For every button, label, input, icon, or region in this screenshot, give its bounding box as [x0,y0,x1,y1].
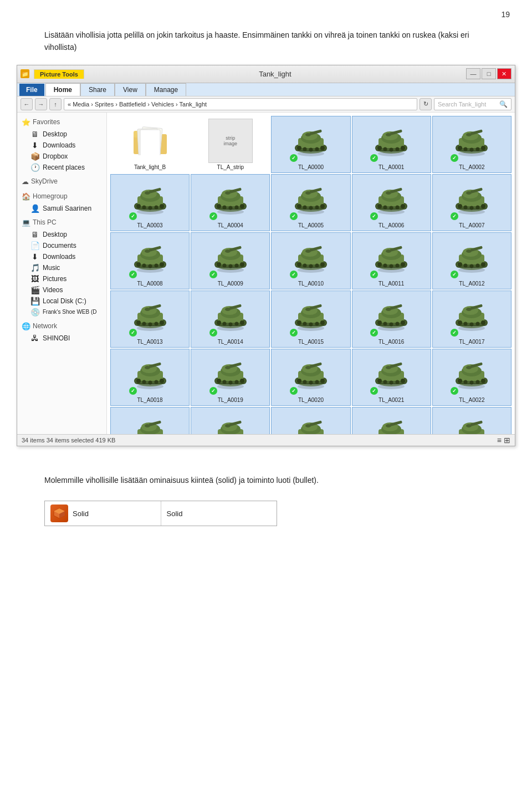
file-item[interactable]: ✓ TL_A0024 [191,407,270,434]
file-item[interactable]: ✓ TL_A0000 [271,116,350,173]
search-box[interactable]: Search Tank_light 🔍 [434,98,511,110]
check-badge: ✓ [451,329,458,337]
sidebar-item-downloads[interactable]: ⬇ Downloads [17,140,106,151]
file-item[interactable]: ✓ TL_A0013 [110,291,190,348]
network-label[interactable]: 🌐 Network [17,320,106,333]
sidebar-thispc-documents[interactable]: 📄 Documents [17,240,106,251]
svg-point-266 [136,379,141,383]
file-item[interactable]: ✓ TL_A0018 [110,349,190,406]
thispc-label[interactable]: 💻 This PC [17,216,106,229]
svg-point-377 [386,424,391,427]
file-item[interactable]: ✓ TL_A0008 [110,232,190,289]
file-item[interactable]: ✓ TL_A0016 [352,291,431,348]
svg-point-98 [377,204,382,208]
svg-point-144 [240,262,244,267]
tank-thumb: ✓ [449,177,494,221]
file-item[interactable]: ✓ TL_A0009 [191,232,270,289]
file-item[interactable]: ✓ TL_A0026 [352,407,431,434]
file-label: Tank_light_B [134,164,166,170]
svg-point-199 [154,322,158,325]
file-item[interactable]: ✓ TL_A0002 [432,116,511,173]
file-item[interactable]: ✓ TL_A0017 [432,291,511,348]
file-label: TL_A0006 [378,222,404,228]
file-item[interactable]: ✓ TL_A0014 [191,291,270,348]
file-item[interactable]: ✓ TL_A0019 [191,349,270,406]
svg-point-116 [481,204,485,208]
close-button[interactable]: ✕ [497,68,511,79]
sidebar-item-recent[interactable]: 🕐 Recent places [17,162,106,173]
maximize-button[interactable]: □ [482,68,496,79]
sidebar-thispc-music[interactable]: 🎵 Music [17,262,106,273]
svg-point-47 [458,151,485,156]
ribbon-tab-label[interactable]: Picture Tools [34,69,84,79]
file-item[interactable]: ✓ TL_A0011 [352,232,431,289]
sidebar-recent-label: Recent places [43,164,85,171]
sidebar-item-desktop[interactable]: 🖥 Desktop [17,129,106,140]
sidebar-frank-drive[interactable]: 💿 Frank's Shoe WEB (D [17,307,106,318]
file-item[interactable]: ✓ TL_A0001 [352,116,431,173]
file-item[interactable]: ✓ TL_A0005 [271,174,350,231]
sidebar-thispc-pictures[interactable]: 🖼 Pictures [17,273,106,284]
file-item[interactable]: ✓ TL_A0015 [271,291,350,348]
file-item[interactable]: ✓ TL_A0023 [110,407,190,434]
tab-file[interactable]: File [19,84,44,96]
file-item[interactable]: ✓ TL_A0003 [110,174,190,231]
tab-manage[interactable]: Manage [146,83,186,96]
recent-icon: 🕐 [30,163,39,172]
homegroup-icon: 🏠 [22,192,30,201]
forward-button[interactable]: → [35,98,47,110]
file-item[interactable]: ✓ TL_A0020 [271,349,350,406]
file-label: TL_A0005 [298,222,324,228]
skydrive-label[interactable]: ☁ SkyDrive [17,175,106,188]
sidebar-local-disk[interactable]: 💾 Local Disk (C:) [17,295,106,307]
view-icon-list[interactable]: ≡ [497,436,502,445]
svg-point-281 [222,380,226,384]
back-button[interactable]: ← [21,98,33,110]
title-bar-left: 📁 Picture Tools [21,69,84,79]
file-item[interactable]: ✓ TL_A0022 [432,349,511,406]
file-item[interactable]: Tank_light_B [110,116,190,173]
svg-point-33 [378,151,405,156]
file-item[interactable]: ✓ TL_A0025 [271,407,350,434]
svg-point-169 [383,263,387,267]
svg-point-168 [377,262,382,267]
skydrive-text: SkyDrive [31,177,58,185]
up-button[interactable]: ↑ [49,98,62,110]
svg-point-43 [464,147,468,151]
tank-thumb: ✓ [128,351,172,396]
search-icon[interactable]: 🔍 [499,100,508,108]
svg-point-181 [466,249,472,253]
file-item[interactable]: ✓ TL_A0021 [352,349,431,406]
favorites-label[interactable]: ⭐ Favorites [17,116,106,129]
sidebar-thispc-downloads[interactable]: ⬇ Downloads [17,251,106,262]
tab-home[interactable]: Home [45,83,80,96]
view-icon-grid[interactable]: ⊞ [504,436,510,445]
tank-thumb: ✓ [208,410,253,434]
svg-point-27 [386,133,391,136]
file-label: TL_A0016 [378,339,404,345]
solid-cell-2: Solid [161,501,277,526]
breadcrumb[interactable]: « Media › Sprites › Battlefield › Vehicl… [64,98,417,110]
file-item[interactable]: ✓ TL_A0006 [352,174,431,231]
file-item[interactable]: stripimage TL_A_strip [191,116,270,173]
tab-view[interactable]: View [115,83,146,96]
tank-thumb: ✓ [449,235,494,279]
minimize-button[interactable]: — [466,68,480,79]
refresh-button[interactable]: ↻ [420,98,432,110]
sidebar-pictures-label: Pictures [43,275,66,283]
tank-thumb: ✓ [128,177,172,221]
sidebar-item-samuli[interactable]: 👤 Samuli Saarinen [17,203,106,214]
sidebar-shinobi[interactable]: 🖧 SHINOBI [17,333,106,344]
file-item[interactable]: ✓ TL_A0012 [432,232,511,289]
sidebar-item-dropbox[interactable]: 📦 Dropbox [17,151,106,162]
file-item[interactable]: ✓ TL_A0010 [271,232,350,289]
tab-share[interactable]: Share [80,83,115,96]
sidebar-thispc-videos[interactable]: 🎬 Videos [17,284,106,295]
sidebar-thispc-desktop[interactable]: 🖥 Desktop [17,229,106,240]
svg-point-391 [466,424,472,427]
file-item[interactable]: ✓ TL_A0004 [191,174,270,231]
file-item[interactable]: ✓ TL_A0027 [432,407,511,434]
tank-thumb: ✓ [289,351,333,396]
homegroup-label[interactable]: 🏠 Homegroup [17,190,106,203]
file-item[interactable]: ✓ TL_A0007 [432,174,511,231]
